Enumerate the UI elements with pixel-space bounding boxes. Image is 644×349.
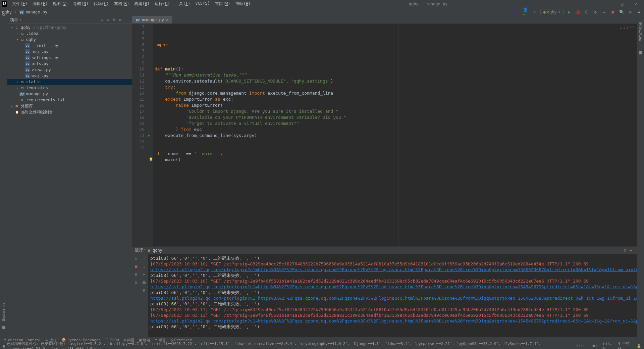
- attach-button[interactable]: ⇥: [601, 9, 607, 15]
- stop-button[interactable]: ■: [133, 263, 139, 269]
- toolwindow-toggle-icon[interactable]: ▣: [3, 344, 5, 348]
- menu-代码(C)[interactable]: 代码(C): [92, 0, 111, 7]
- run-gutter-icon[interactable]: ▶: [148, 133, 150, 139]
- up-icon[interactable]: ↑: [141, 255, 147, 261]
- code-line-8[interactable]: """Run administrative tasks.""": [155, 72, 637, 78]
- tree-node-settings.py[interactable]: pysettings.py: [7, 55, 132, 61]
- breadcrumb[interactable]: qqhy › py manage.py: [2, 10, 47, 14]
- indent-info[interactable]: 4 个空格: [618, 341, 632, 349]
- code-line-6[interactable]: [155, 60, 637, 66]
- rerun-button[interactable]: ↻: [133, 255, 139, 261]
- inspections-widget[interactable]: ✓ ⚠2 ˄ ˅: [620, 25, 635, 31]
- sciview-tool-button[interactable]: SciView: [639, 26, 642, 42]
- gear-icon[interactable]: ⚙: [622, 247, 628, 253]
- menu-运行(U)[interactable]: 运行(U): [153, 0, 172, 7]
- menu-视图(V)[interactable]: 视图(V): [51, 0, 70, 7]
- menu-文件(F)[interactable]: 文件(F): [10, 0, 30, 7]
- close-button[interactable]: ✕: [631, 1, 641, 7]
- tree-node-requirements.txt[interactable]: ≡requirements.txt: [7, 97, 132, 103]
- tree-node-.idea[interactable]: ▸🗀.idea: [7, 31, 132, 37]
- code-line-23[interactable]: [155, 163, 637, 169]
- collapse-icon[interactable]: ≣: [111, 17, 117, 23]
- code-line-14[interactable]: "Couldn't import Django. Are you sure it…: [155, 108, 637, 114]
- menu-帮助(H)[interactable]: 帮助(H): [233, 0, 253, 7]
- chevron-down-icon[interactable]: ▾: [19, 17, 22, 22]
- code-line-17[interactable]: ) from exc: [155, 127, 637, 133]
- code-line-21[interactable]: if __name__ == '__main__':: [155, 151, 637, 157]
- code-line-11[interactable]: from django.core.management import execu…: [155, 90, 637, 96]
- tree-node-外部库[interactable]: ▸⬢外部库: [7, 103, 132, 109]
- profile-button[interactable]: ◔: [592, 9, 598, 15]
- menu-窗口(W)[interactable]: 窗口(W): [213, 0, 232, 7]
- expand-arrow-icon[interactable]: ▾: [15, 38, 19, 41]
- tree-node-asgi.py[interactable]: pyasgi.py: [7, 49, 132, 55]
- code-line-7[interactable]: def main():: [155, 66, 637, 72]
- user-icon[interactable]: 👤▾: [523, 9, 529, 15]
- maximize-button[interactable]: ▢: [617, 1, 627, 7]
- code-line-15[interactable]: "available on your PYTHONPATH environmen…: [155, 114, 637, 120]
- code-line-3[interactable]: import ...: [155, 42, 637, 48]
- code-line-5[interactable]: [155, 54, 637, 60]
- notifications-tool-button[interactable]: 通知: [638, 18, 643, 21]
- back-icon[interactable]: ↶: [532, 9, 538, 15]
- code-line-19[interactable]: [155, 139, 637, 145]
- down-icon[interactable]: ↓: [141, 263, 147, 269]
- code-line-4[interactable]: [155, 48, 637, 54]
- console-line[interactable]: https://ssl.ptlogin2.qq.com/ptqrlogin?u1…: [150, 295, 635, 301]
- line-separator[interactable]: CRLF: [590, 344, 599, 348]
- tree-node-qqhy[interactable]: ▾🗀qqhy: [7, 37, 132, 43]
- code-line-18[interactable]: execute_from_command_line(sys.argv): [155, 133, 637, 139]
- console-line[interactable]: https://ssl.ptlogin2.qq.com/ptqrlogin?u1…: [150, 318, 635, 324]
- tree-node-临时文件和控制台[interactable]: 📋临时文件和控制台: [7, 109, 132, 115]
- run-config-selector[interactable]: ● qqhy ▾: [540, 9, 564, 15]
- chevron-up-icon[interactable]: ˄: [630, 25, 632, 31]
- project-tool-button[interactable]: 项目: [1, 17, 6, 20]
- code-area[interactable]: import ...def main(): """Run administrat…: [153, 24, 637, 246]
- pause-button[interactable]: ⏸: [133, 271, 139, 278]
- debug-button[interactable]: 🐞: [575, 9, 581, 15]
- search-everywhere-icon[interactable]: 🔍: [619, 9, 625, 15]
- locate-icon[interactable]: ⊕: [99, 17, 105, 23]
- tree-node-urls.py[interactable]: pyurls.py: [7, 61, 132, 67]
- tab-manage-py[interactable]: py manage.py ×: [132, 16, 172, 23]
- menu-构建(B)[interactable]: 构建(B): [132, 0, 152, 7]
- code-line-12[interactable]: except ImportError as exc:: [155, 96, 637, 102]
- git-branch-icon[interactable]: 🔒: [637, 344, 641, 348]
- coverage-button[interactable]: ⬡: [584, 9, 590, 15]
- tree-node-qqhy[interactable]: ▾🗀qqhyJ:\python\qqhy: [7, 24, 132, 31]
- chevron-down-icon[interactable]: ˅: [633, 25, 635, 31]
- print-icon[interactable]: 🖶: [141, 280, 147, 286]
- code-line-9[interactable]: os.environ.setdefault('DJANGO_SETTINGS_M…: [155, 78, 637, 84]
- expand-arrow-icon[interactable]: ▸: [15, 32, 19, 35]
- close-tab-icon[interactable]: ×: [166, 17, 168, 22]
- code-line-20[interactable]: [155, 145, 637, 151]
- editor-body[interactable]: 34567891011121314151617181920212223 ▶ im…: [132, 24, 637, 246]
- menu-编辑(E)[interactable]: 编辑(E): [31, 0, 50, 7]
- console-line[interactable]: https://ssl.ptlogin2.qq.com/ptqrlogin?u1…: [150, 284, 635, 290]
- code-line-22[interactable]: 💡 main(): [155, 157, 637, 163]
- intention-bulb-icon[interactable]: 💡: [149, 157, 153, 163]
- hide-icon[interactable]: —: [628, 247, 634, 253]
- expand-arrow-icon[interactable]: ▾: [10, 26, 14, 29]
- expand-arrow-icon[interactable]: ▸: [15, 86, 19, 90]
- code-line-10[interactable]: try:: [155, 84, 637, 90]
- tree-node-__init__.py[interactable]: py__init__.py: [7, 43, 132, 49]
- menu-重构(R)[interactable]: 重构(R): [112, 0, 131, 7]
- expand-icon[interactable]: ≡: [105, 17, 111, 23]
- trash-icon[interactable]: 🗑: [141, 288, 147, 294]
- ai-icon[interactable]: ◆: [636, 9, 642, 15]
- tree-node-wsgi.py[interactable]: pywsgi.py: [7, 73, 132, 79]
- run-button[interactable]: ▶: [566, 9, 572, 15]
- code-line-16[interactable]: "forget to activate a virtual environmen…: [155, 120, 637, 127]
- tree-node-views.py[interactable]: pyviews.py: [7, 67, 132, 73]
- caret-position[interactable]: 23:1: [576, 344, 585, 348]
- tree-node-manage.py[interactable]: pymanage.py: [7, 91, 132, 97]
- project-tree[interactable]: ▾🗀qqhyJ:\python\qqhy▸🗀.idea▾🗀qqhy py__in…: [7, 24, 132, 337]
- gear-icon[interactable]: ⚙: [117, 17, 123, 23]
- minimize-button[interactable]: ─: [604, 1, 614, 7]
- structure-tool-button[interactable]: 结构: [1, 331, 6, 334]
- expand-arrow-icon[interactable]: ▸: [10, 104, 14, 108]
- bookmarks-tool-button[interactable]: Bookmarks: [2, 301, 5, 322]
- menu-工具(I)[interactable]: 工具(I): [173, 0, 193, 7]
- tree-node-static[interactable]: ▸🗀static: [7, 79, 132, 85]
